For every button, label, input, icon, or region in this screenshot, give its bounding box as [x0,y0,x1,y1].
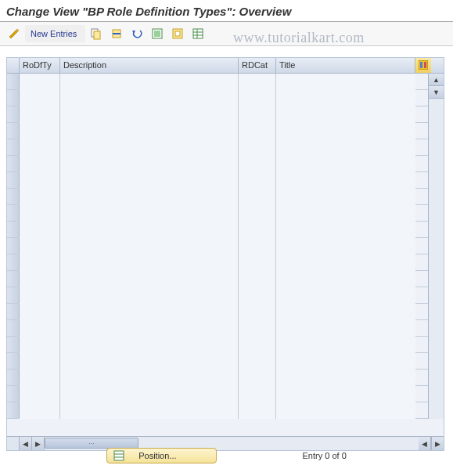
cell-rdcat[interactable] [239,123,276,139]
cell-title[interactable] [276,139,415,156]
cell-description[interactable] [60,123,239,139]
cell-rdcat[interactable] [239,139,276,156]
cell-description[interactable] [60,271,239,287]
cell-rdcat[interactable] [239,271,276,287]
cell-rodfty[interactable] [20,320,60,337]
row-selector[interactable] [7,189,20,204]
copy-as-button[interactable] [87,25,106,42]
cell-rdcat[interactable] [239,106,276,123]
cell-description[interactable] [60,90,239,106]
cell-title[interactable] [276,386,415,402]
cell-rdcat[interactable] [239,304,276,320]
cell-rodfty[interactable] [20,156,60,172]
column-header-title[interactable]: Title [276,58,415,73]
column-header-rodfty[interactable]: RoDfTy [20,58,60,73]
row-selector[interactable] [7,271,20,287]
cell-rodfty[interactable] [20,90,60,106]
cell-description[interactable] [60,304,239,320]
cell-title[interactable] [276,353,415,370]
cell-description[interactable] [60,172,239,189]
cell-description[interactable] [60,370,239,386]
row-selector[interactable] [7,287,20,303]
row-selector-header[interactable] [7,58,20,73]
cell-rodfty[interactable] [20,304,60,320]
cell-title[interactable] [276,320,415,337]
cell-rodfty[interactable] [20,123,60,139]
toggle-change-display-button[interactable] [5,25,23,42]
cell-description[interactable] [60,337,239,353]
cell-title[interactable] [276,205,415,222]
cell-rodfty[interactable] [20,353,60,370]
cell-title[interactable] [276,287,415,304]
table-settings-button[interactable] [189,25,207,42]
configure-columns-button[interactable] [415,58,431,73]
cell-rodfty[interactable] [20,402,60,419]
row-selector[interactable] [7,106,20,122]
cell-rodfty[interactable] [20,222,60,238]
cell-rodfty[interactable] [20,205,60,222]
cell-rdcat[interactable] [239,172,276,189]
cell-description[interactable] [60,106,239,123]
row-selector[interactable] [7,123,20,139]
select-all-button[interactable] [148,25,167,42]
cell-rdcat[interactable] [239,402,276,419]
cell-rdcat[interactable] [239,320,276,337]
cell-rdcat[interactable] [239,222,276,238]
delete-button[interactable] [107,25,126,42]
cell-description[interactable] [60,205,239,222]
cell-title[interactable] [276,90,415,106]
cell-description[interactable] [60,139,239,156]
undo-change-button[interactable] [128,25,146,42]
cell-title[interactable] [276,370,415,386]
cell-rodfty[interactable] [20,106,60,123]
new-entries-button[interactable]: New Entries [25,25,85,42]
cell-description[interactable] [60,156,239,172]
cell-description[interactable] [60,402,239,419]
cell-title[interactable] [276,254,415,271]
cell-rodfty[interactable] [20,370,60,386]
cell-description[interactable] [60,320,239,337]
cell-title[interactable] [276,304,415,320]
cell-description[interactable] [60,222,239,238]
column-header-rdcat[interactable]: RDCat [239,58,276,73]
cell-title[interactable] [276,189,415,205]
cell-description[interactable] [60,386,239,402]
cell-rdcat[interactable] [239,370,276,386]
cell-rdcat[interactable] [239,287,276,304]
cell-description[interactable] [60,238,239,254]
row-selector[interactable] [7,386,20,402]
cell-rodfty[interactable] [20,172,60,189]
scroll-up-button[interactable]: ▲ [429,74,444,86]
cell-description[interactable] [60,287,239,304]
row-selector[interactable] [7,304,20,319]
row-selector[interactable] [7,74,20,89]
cell-title[interactable] [276,402,415,419]
cell-rodfty[interactable] [20,287,60,304]
cell-rodfty[interactable] [20,189,60,205]
row-selector[interactable] [7,222,20,237]
scroll-down-button[interactable]: ▼ [429,86,444,99]
row-selector[interactable] [7,402,20,418]
column-header-description[interactable]: Description [60,58,239,73]
cell-title[interactable] [276,74,415,90]
position-button[interactable]: Position... [106,448,216,463]
cell-rdcat[interactable] [239,238,276,254]
vertical-scroll-track[interactable] [429,99,444,419]
cell-rdcat[interactable] [239,205,276,222]
cell-rodfty[interactable] [20,386,60,402]
cell-rodfty[interactable] [20,238,60,254]
row-selector[interactable] [7,254,20,270]
cell-rdcat[interactable] [239,189,276,205]
cell-rdcat[interactable] [239,156,276,172]
cell-rdcat[interactable] [239,337,276,353]
cell-rodfty[interactable] [20,139,60,156]
row-selector[interactable] [7,238,20,254]
cell-rdcat[interactable] [239,386,276,402]
row-selector[interactable] [7,90,20,106]
row-selector[interactable] [7,172,20,188]
row-selector[interactable] [7,139,20,155]
cell-title[interactable] [276,106,415,123]
row-selector[interactable] [7,205,20,221]
vertical-scrollbar[interactable]: ▲ ▼ [428,74,444,419]
cell-description[interactable] [60,353,239,370]
